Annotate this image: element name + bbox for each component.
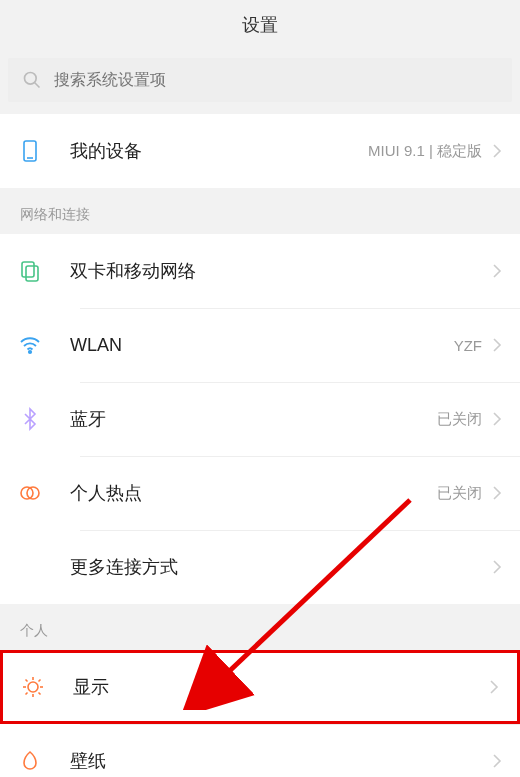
wifi-icon [18, 333, 64, 357]
sim-icon [18, 259, 64, 283]
search-icon [22, 70, 42, 90]
svg-point-9 [28, 682, 38, 692]
chevron-right-icon [492, 337, 502, 353]
brightness-icon [21, 675, 67, 699]
search-bar[interactable] [8, 58, 512, 102]
hotspot-icon [18, 481, 64, 505]
svg-line-14 [26, 680, 28, 682]
row-label: 个人热点 [64, 481, 437, 505]
chevron-right-icon [492, 411, 502, 427]
section-header-network: 网络和连接 [0, 188, 520, 234]
chevron-right-icon [492, 485, 502, 501]
svg-line-16 [26, 693, 28, 695]
row-label: 更多连接方式 [64, 555, 492, 579]
row-value: YZF [454, 337, 482, 354]
row-more-connections[interactable]: 更多连接方式 [0, 530, 520, 604]
section-header-personal: 个人 [0, 604, 520, 650]
network-group: 双卡和移动网络 WLAN YZF 蓝牙 已关闭 个人热点 已关闭 [0, 234, 520, 604]
search-input[interactable] [54, 71, 498, 89]
chevron-right-icon [492, 559, 502, 575]
personal-group: 显示 壁纸 [0, 650, 520, 777]
svg-line-17 [39, 680, 41, 682]
row-label: 壁纸 [64, 749, 492, 773]
header: 设置 [0, 0, 520, 50]
row-wlan[interactable]: WLAN YZF [0, 308, 520, 382]
row-label: WLAN [64, 335, 454, 356]
row-value: MIUI 9.1 | 稳定版 [368, 142, 482, 161]
device-icon [18, 139, 64, 163]
more-icon [18, 555, 64, 579]
svg-point-6 [29, 351, 31, 353]
chevron-right-icon [492, 143, 502, 159]
svg-line-15 [39, 693, 41, 695]
device-group: 我的设备 MIUI 9.1 | 稳定版 [0, 114, 520, 188]
row-value: 已关闭 [437, 410, 482, 429]
row-label: 显示 [67, 675, 489, 699]
row-label: 我的设备 [64, 139, 368, 163]
row-my-device[interactable]: 我的设备 MIUI 9.1 | 稳定版 [0, 114, 520, 188]
chevron-right-icon [492, 753, 502, 769]
svg-rect-4 [22, 262, 34, 277]
bluetooth-icon [18, 407, 64, 431]
row-display[interactable]: 显示 [0, 650, 520, 724]
row-label: 蓝牙 [64, 407, 437, 431]
svg-line-1 [35, 83, 40, 88]
svg-point-0 [25, 73, 37, 85]
chevron-right-icon [489, 679, 499, 695]
wallpaper-icon [18, 749, 64, 773]
page-title: 设置 [242, 13, 278, 37]
row-wallpaper[interactable]: 壁纸 [0, 724, 520, 777]
row-bluetooth[interactable]: 蓝牙 已关闭 [0, 382, 520, 456]
chevron-right-icon [492, 263, 502, 279]
row-label: 双卡和移动网络 [64, 259, 492, 283]
row-sim[interactable]: 双卡和移动网络 [0, 234, 520, 308]
svg-rect-5 [26, 266, 38, 281]
row-value: 已关闭 [437, 484, 482, 503]
row-hotspot[interactable]: 个人热点 已关闭 [0, 456, 520, 530]
